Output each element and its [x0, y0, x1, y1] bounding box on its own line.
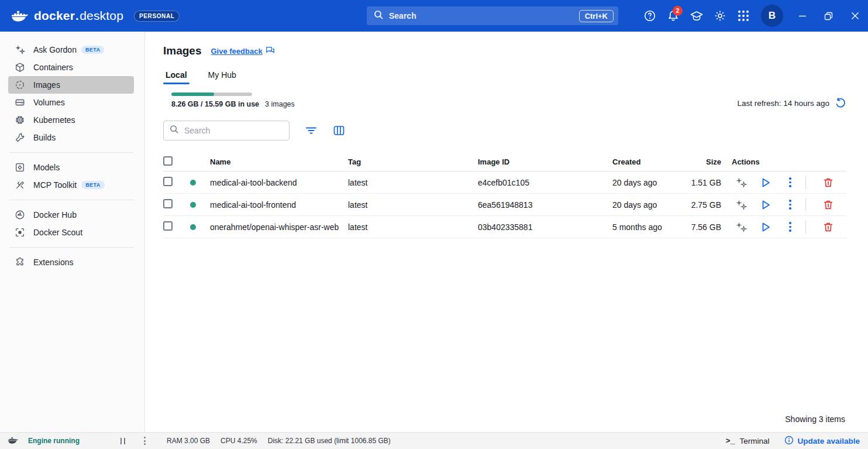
terminal-button[interactable]: >_ Terminal	[726, 437, 770, 445]
row-checkbox[interactable]	[163, 199, 173, 208]
image-size: 1.51 GB	[671, 178, 729, 187]
image-name[interactable]: onerahmet/openai-whisper-asr-web	[210, 222, 348, 232]
sidebar-item-ask-gordon[interactable]: Ask Gordon BETA	[8, 41, 134, 59]
sidebar-item-models[interactable]: Models	[8, 159, 134, 176]
learning-center-button[interactable]	[685, 4, 708, 28]
sidebar-item-label: Builds	[33, 133, 56, 142]
sidebar-item-extensions[interactable]: Extensions	[8, 253, 134, 271]
sidebar-item-docker-scout[interactable]: Docker Scout	[8, 224, 134, 241]
engine-status[interactable]: Engine running	[28, 437, 80, 445]
image-name[interactable]: medical-ai-tool-frontend	[210, 200, 348, 210]
image-row[interactable]: medical-ai-tool-backend latest e4cefb01c…	[163, 172, 846, 194]
sidebar-item-mcp-toolkit[interactable]: MCP Toolkit BETA	[8, 176, 134, 194]
image-size: 2.75 GB	[671, 200, 729, 210]
plan-badge: PERSONAL	[134, 11, 180, 22]
give-feedback-link[interactable]: Give feedback	[211, 46, 274, 57]
cpu-usage: CPU 4.25%	[221, 437, 257, 445]
row-menu-button[interactable]	[781, 173, 800, 192]
column-header-tag[interactable]: Tag	[348, 157, 478, 166]
beta-badge: BETA	[81, 46, 104, 54]
column-header-size[interactable]: Size	[671, 157, 729, 166]
column-header-name[interactable]: Name	[210, 157, 348, 166]
sidebar-item-label: Models	[33, 163, 60, 172]
global-search-placeholder: Search	[389, 11, 579, 20]
delete-image-button[interactable]	[819, 173, 838, 192]
image-row[interactable]: medical-ai-tool-frontend latest 6ea56194…	[163, 194, 846, 216]
images-page: Images Give feedback LocalMy Hub 8.26 GB…	[145, 32, 868, 432]
run-image-button[interactable]	[756, 218, 775, 237]
window-close-button[interactable]	[842, 0, 868, 32]
image-tag: latest	[348, 178, 478, 187]
table-search-input[interactable]	[184, 126, 272, 135]
search-shortcut-badge: Ctrl+K	[579, 10, 614, 22]
tab-my-hub[interactable]: My Hub	[206, 67, 239, 84]
sparkles-icon	[14, 44, 26, 56]
image-row[interactable]: onerahmet/openai-whisper-asr-web latest …	[163, 216, 846, 238]
tab-local[interactable]: Local	[163, 67, 190, 84]
notifications-button[interactable]: 2	[662, 4, 685, 28]
sidebar-item-volumes[interactable]: Volumes	[8, 94, 134, 111]
sidebar-item-kubernetes[interactable]: Kubernetes	[8, 111, 134, 129]
filter-button[interactable]	[305, 125, 318, 136]
ai-sparkles-icon[interactable]	[732, 218, 750, 237]
row-menu-button[interactable]	[781, 196, 800, 214]
column-header-image-id[interactable]: Image ID	[478, 157, 612, 166]
page-title: Images	[163, 44, 201, 57]
terminal-icon: >_	[726, 437, 735, 445]
sidebar-divider	[9, 152, 134, 153]
run-image-button[interactable]	[756, 196, 775, 214]
in-use-status-dot	[190, 224, 196, 230]
help-button[interactable]	[638, 4, 662, 28]
sidebar-item-docker-hub[interactable]: Docker Hub	[8, 206, 134, 224]
pause-engine-button[interactable]	[120, 438, 125, 444]
apps-grid-button[interactable]	[732, 4, 755, 28]
image-tag: latest	[348, 222, 478, 232]
sidebar-divider	[9, 247, 134, 248]
user-avatar[interactable]: B	[761, 5, 783, 27]
titlebar: docker.desktop PERSONAL Search Ctrl+K 2	[0, 0, 868, 32]
last-refresh-text: Last refresh: 14 hours ago	[737, 99, 829, 108]
actions-divider	[805, 198, 806, 211]
storage-usage: 8.26 GB / 15.59 GB in use 3 images	[171, 92, 295, 108]
sidebar-item-containers[interactable]: Containers	[8, 59, 134, 76]
docker-whale-icon	[12, 9, 29, 22]
settings-gear-button[interactable]	[708, 4, 732, 28]
toolkit-icon	[14, 179, 26, 191]
run-image-button[interactable]	[756, 173, 775, 192]
app-title: docker.desktop	[34, 9, 123, 23]
table-search[interactable]	[163, 121, 290, 140]
sidebar-item-images[interactable]: Images	[8, 76, 134, 94]
tab-bar: LocalMy Hub	[163, 67, 846, 84]
sidebar-item-builds[interactable]: Builds	[8, 129, 134, 146]
image-count-text: 3 images	[265, 100, 295, 108]
image-id: 03b402335881	[478, 222, 612, 232]
in-use-status-dot	[190, 180, 196, 186]
column-header-created[interactable]: Created	[612, 157, 671, 166]
in-use-status-dot	[190, 202, 196, 208]
window-minimize-button[interactable]	[789, 0, 815, 32]
columns-button[interactable]	[333, 125, 345, 136]
refresh-button[interactable]	[835, 97, 846, 109]
engine-menu-button[interactable]	[144, 437, 146, 445]
row-checkbox[interactable]	[163, 177, 173, 186]
actions-divider	[805, 221, 806, 234]
sidebar-divider	[9, 200, 134, 200]
delete-image-button[interactable]	[819, 218, 838, 237]
select-all-checkbox[interactable]	[163, 156, 173, 166]
row-menu-button[interactable]	[781, 218, 800, 237]
window-restore-button[interactable]	[815, 0, 842, 32]
actions-divider	[805, 176, 806, 189]
hub-icon	[14, 209, 26, 221]
ai-sparkles-icon[interactable]	[732, 196, 750, 214]
image-name[interactable]: medical-ai-tool-backend	[210, 178, 348, 187]
sidebar-item-label: Docker Scout	[33, 228, 82, 237]
image-created: 20 days ago	[612, 200, 671, 210]
global-search[interactable]: Search Ctrl+K	[367, 6, 618, 25]
ai-sparkles-icon[interactable]	[732, 173, 750, 192]
delete-image-button[interactable]	[819, 196, 838, 214]
helm-icon	[14, 114, 26, 126]
update-available-link[interactable]: Update available	[784, 436, 860, 447]
image-size: 7.56 GB	[671, 222, 729, 232]
image-tag: latest	[348, 200, 478, 210]
row-checkbox[interactable]	[163, 221, 173, 231]
